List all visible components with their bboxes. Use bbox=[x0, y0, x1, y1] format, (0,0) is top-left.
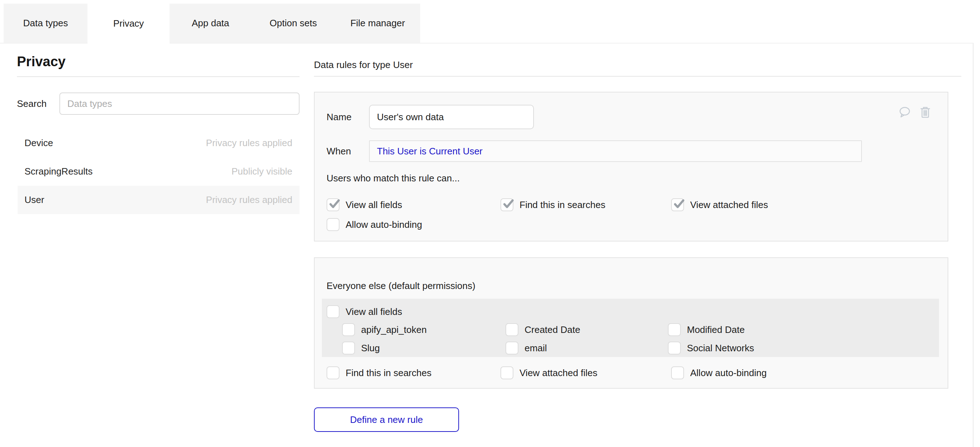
checkbox-item-modified-date[interactable]: Modified Date bbox=[668, 323, 745, 336]
checkbox-item-view-all-fields[interactable]: View all fields bbox=[326, 198, 500, 211]
checkbox[interactable] bbox=[500, 366, 514, 379]
comment-icon[interactable] bbox=[898, 105, 912, 119]
rule-name-row: Name bbox=[326, 105, 948, 129]
checkbox[interactable] bbox=[671, 198, 684, 211]
permissions-row: View all fields Find this in searches Vi… bbox=[326, 198, 948, 211]
rules-title: Data rules for type User bbox=[314, 59, 948, 70]
checkbox-item-social-networks[interactable]: Social Networks bbox=[668, 342, 754, 355]
checkbox-label: Find this in searches bbox=[346, 367, 431, 379]
rule-subtitle: Users who match this rule can... bbox=[326, 173, 948, 183]
list-item-scrapingresults[interactable]: ScrapingResults Publicly visible bbox=[18, 157, 299, 186]
default-permissions-card: Everyone else (default permissions) View… bbox=[314, 257, 948, 389]
checkbox-label: View all fields bbox=[346, 199, 402, 210]
page-title: Privacy bbox=[17, 53, 299, 70]
tab-bar: Data types Privacy App data Option sets … bbox=[3, 3, 420, 43]
permissions-row: Allow auto-binding bbox=[326, 218, 948, 231]
checkbox-item-slug[interactable]: Slug bbox=[342, 342, 506, 355]
fields-panel: View all fields apify_api_token Created … bbox=[322, 299, 939, 357]
data-type-name: User bbox=[24, 194, 44, 205]
checkbox-label: Created Date bbox=[525, 324, 581, 336]
checkbox[interactable] bbox=[326, 198, 339, 211]
checkbox-label: apify_api_token bbox=[361, 324, 426, 336]
tab-label: File manager bbox=[350, 17, 405, 29]
data-type-list: Device Privacy rules applied ScrapingRes… bbox=[18, 129, 299, 214]
data-type-name: Device bbox=[24, 137, 53, 149]
checkbox-item-view-all-fields-default[interactable]: View all fields bbox=[326, 305, 939, 318]
tab-label: Privacy bbox=[113, 18, 144, 29]
checkbox-label: Find this in searches bbox=[520, 199, 605, 210]
data-type-name: ScrapingResults bbox=[24, 166, 92, 177]
tab-file-manager[interactable]: File manager bbox=[335, 3, 420, 43]
fields-row: Slug email Social Networks bbox=[326, 342, 939, 355]
checkbox[interactable] bbox=[500, 198, 514, 211]
checkbox-item-allow-auto-binding[interactable]: Allow auto-binding bbox=[326, 218, 422, 231]
checkbox-label: Modified Date bbox=[687, 324, 745, 336]
list-item-user[interactable]: User Privacy rules applied bbox=[18, 186, 299, 214]
name-label: Name bbox=[326, 111, 369, 123]
checkbox-item-find-in-searches-default[interactable]: Find this in searches bbox=[326, 366, 500, 379]
checkbox-item-find-in-searches[interactable]: Find this in searches bbox=[500, 198, 671, 211]
checkbox[interactable] bbox=[326, 218, 339, 231]
trash-icon[interactable] bbox=[920, 106, 931, 119]
checkbox[interactable] bbox=[668, 323, 681, 336]
tab-app-data[interactable]: App data bbox=[170, 3, 251, 43]
checkbox-item-view-attached-files[interactable]: View attached files bbox=[671, 198, 768, 211]
checkbox-label: View attached files bbox=[520, 367, 597, 379]
checkbox-label: View all fields bbox=[346, 306, 402, 317]
checkbox[interactable] bbox=[668, 342, 681, 355]
tab-privacy[interactable]: Privacy bbox=[88, 3, 170, 43]
checkbox-item-view-attached-files-default[interactable]: View attached files bbox=[500, 366, 671, 379]
checkbox-item-created-date[interactable]: Created Date bbox=[506, 323, 668, 336]
checkbox[interactable] bbox=[342, 323, 355, 336]
tab-label: App data bbox=[191, 17, 229, 29]
tab-data-types[interactable]: Data types bbox=[3, 3, 88, 43]
when-condition-box[interactable]: This User is Current User bbox=[369, 140, 862, 162]
data-type-status: Privacy rules applied bbox=[206, 137, 292, 149]
checkbox-label: Allow auto-binding bbox=[346, 219, 422, 230]
divider bbox=[314, 76, 961, 77]
checkbox-item-allow-auto-binding-default[interactable]: Allow auto-binding bbox=[671, 366, 767, 379]
search-input[interactable] bbox=[59, 92, 299, 115]
search-row: Search bbox=[17, 92, 299, 115]
tab-option-sets[interactable]: Option sets bbox=[251, 3, 335, 43]
checkbox[interactable] bbox=[342, 342, 355, 355]
checkbox-label: Slug bbox=[361, 343, 380, 354]
define-new-rule-button[interactable]: Define a new rule bbox=[314, 407, 459, 432]
privacy-rule-card: Name When This User is Current User User… bbox=[314, 92, 948, 242]
data-type-status: Privacy rules applied bbox=[206, 194, 292, 205]
checkbox-label: Allow auto-binding bbox=[690, 367, 767, 379]
rule-name-input[interactable] bbox=[369, 105, 534, 129]
default-permissions-row: Find this in searches View attached file… bbox=[326, 366, 939, 379]
checkbox-label: View attached files bbox=[690, 199, 768, 210]
fields-row: apify_api_token Created Date Modified Da… bbox=[326, 323, 939, 336]
checkbox[interactable] bbox=[506, 342, 519, 355]
tab-label: Data types bbox=[23, 17, 68, 29]
rule-when-row: When This User is Current User bbox=[326, 140, 948, 162]
when-condition-text: This User is Current User bbox=[377, 146, 482, 157]
tab-label: Option sets bbox=[270, 17, 317, 29]
checkbox[interactable] bbox=[506, 323, 519, 336]
checkbox[interactable] bbox=[671, 366, 684, 379]
when-label: When bbox=[326, 146, 369, 157]
data-type-status: Publicly visible bbox=[232, 166, 292, 177]
search-label: Search bbox=[17, 98, 59, 110]
checkbox-item-email[interactable]: email bbox=[506, 342, 668, 355]
checkbox-label: Social Networks bbox=[687, 343, 754, 354]
divider bbox=[17, 76, 299, 77]
list-item-device[interactable]: Device Privacy rules applied bbox=[18, 129, 299, 157]
default-permissions-title: Everyone else (default permissions) bbox=[326, 280, 939, 291]
checkbox-label: email bbox=[525, 343, 547, 354]
rule-actions bbox=[898, 105, 931, 119]
checkbox-item-apify-api-token[interactable]: apify_api_token bbox=[342, 323, 506, 336]
data-rules-panel: Data rules for type User bbox=[314, 53, 948, 432]
privacy-settings-screen: Data types Privacy App data Option sets … bbox=[0, 0, 980, 447]
checkbox[interactable] bbox=[326, 305, 339, 318]
checkbox[interactable] bbox=[326, 366, 339, 379]
privacy-sidebar: Privacy Search Device Privacy rules appl… bbox=[17, 53, 299, 214]
